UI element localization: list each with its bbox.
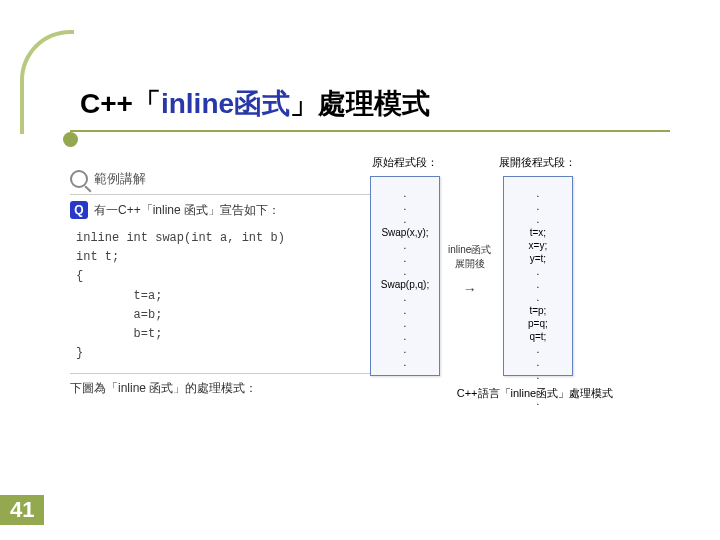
diagram-left-col: 原始程式段： . . . Swap(x,y); . . . Swap(p,q);… bbox=[370, 155, 440, 376]
left-box: . . . Swap(x,y); . . . Swap(p,q); . . . … bbox=[370, 176, 440, 376]
arrow-column: inline函式 展開後 → bbox=[448, 155, 491, 355]
decorative-dot bbox=[63, 132, 78, 147]
example-block: 範例講解 Q 有一C++「inline 函式」宣告如下： inline int … bbox=[70, 170, 370, 397]
title-part2: inline函式 bbox=[161, 88, 290, 119]
example-header: 範例講解 bbox=[70, 170, 370, 188]
title-part3: 」處理模式 bbox=[290, 88, 430, 119]
arrow-label-2: 展開後 bbox=[455, 257, 485, 271]
q-badge-icon: Q bbox=[70, 201, 88, 219]
note-text: 下圖為「inline 函式」的處理模式： bbox=[70, 380, 370, 397]
question-text: 有一C++「inline 函式」宣告如下： bbox=[94, 202, 280, 219]
divider bbox=[70, 373, 370, 374]
left-col-title: 原始程式段： bbox=[372, 155, 438, 170]
slide-title: C++「inline函式」處理模式 bbox=[80, 85, 430, 123]
divider bbox=[70, 194, 370, 195]
arrow-icon: → bbox=[463, 281, 477, 297]
diagram-right-col: 展開後程式段： . . . t=x; x=y; y=t; . . . t=p; … bbox=[499, 155, 576, 376]
title-underline bbox=[70, 130, 670, 132]
right-box: . . . t=x; x=y; y=t; . . . t=p; p=q; q=t… bbox=[503, 176, 573, 376]
right-col-title: 展開後程式段： bbox=[499, 155, 576, 170]
code-snippet: inline int swap(int a, int b) int t; { t… bbox=[70, 225, 370, 367]
diagram-block: 原始程式段： . . . Swap(x,y); . . . Swap(p,q);… bbox=[370, 155, 700, 401]
page-number: 41 bbox=[0, 495, 44, 525]
diagram-caption: C++語言「inline函式」處理模式 bbox=[370, 386, 700, 401]
magnifier-icon bbox=[70, 170, 88, 188]
arrow-label-1: inline函式 bbox=[448, 243, 491, 257]
example-label: 範例講解 bbox=[94, 170, 146, 188]
title-part1: C++「 bbox=[80, 88, 161, 119]
question-row: Q 有一C++「inline 函式」宣告如下： bbox=[70, 201, 370, 219]
